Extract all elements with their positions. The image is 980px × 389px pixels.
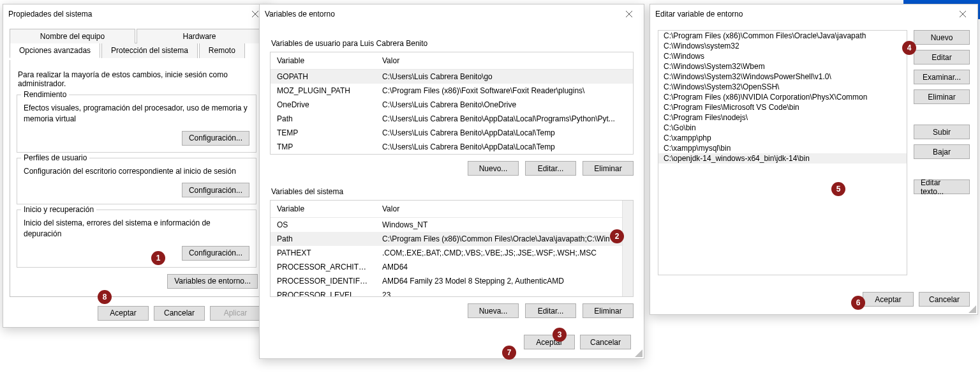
group-desc: Inicio del sistema, errores del sistema … [24,218,249,240]
group-desc: Efectos visuales, programación del proce… [24,103,249,125]
configuracion-button[interactable]: Configuración... [182,131,249,146]
group-inicio: Inicio y recuperación Inicio del sistema… [17,210,256,268]
browse-button[interactable]: Examinar... [914,70,970,84]
dialog-title: Editar variable de entorno [655,10,743,19]
edit-button[interactable]: Editar [914,50,970,65]
cell-variable: TMP [271,141,376,153]
cell-valor: AMD64 Family 23 Model 8 Stepping 2, Auth… [376,275,622,287]
table-row[interactable]: PathC:\Program Files (x86)\Common Files\… [271,232,622,246]
cell-valor: C:\Program Files (x86)\Foxit Software\Fo… [376,85,633,96]
list-item[interactable]: C:\Windows [658,51,907,61]
list-item[interactable]: C:\Windows\System32\OpenSSH\ [658,82,907,92]
annotation-8: 8 [98,290,112,304]
tab-nombre-equipo[interactable]: Nombre del equipo [10,29,135,43]
cell-variable: PROCESSOR_IDENTIFIER [271,275,376,287]
list-item[interactable]: C:\Windows\System32\Wbem [658,61,907,72]
new-button[interactable]: Nueva... [468,303,519,318]
cancel-button[interactable]: Cancelar [154,306,205,321]
cell-variable: OS [271,219,376,231]
tabs-row-top: Nombre del equipo Hardware [10,28,264,43]
close-icon[interactable] [620,4,639,24]
list-item[interactable]: C:\xampp\php [658,133,907,143]
cell-valor: C:\Users\Luis Cabrera Benito\AppData\Loc… [376,127,633,139]
cell-valor: C:\Program Files (x86)\Common Files\Orac… [376,233,622,245]
new-button[interactable]: Nuevo [914,30,970,45]
scrollbar[interactable] [622,201,633,296]
list-item[interactable]: C:\openjdk-14_windows-x64_bin\jdk-14\bin [658,153,907,164]
list-item[interactable]: C:\Program Files\nodejs\ [658,112,907,123]
list-item[interactable]: C:\Windows\System32\WindowsPowerShell\v1… [658,72,907,82]
table-row[interactable]: PROCESSOR_ARCHITECTUREAMD64 [271,260,622,274]
dialog-title: Propiedades del sistema [8,10,92,19]
user-vars-list[interactable]: Variable Valor GOPATHC:\Users\Luis Cabre… [270,52,634,155]
delete-button[interactable]: Eliminar [583,161,634,176]
configuracion-button[interactable]: Configuración... [182,183,249,197]
ok-button[interactable]: Aceptar [98,306,149,321]
table-row[interactable]: PATHEXT.COM;.EXE;.BAT;.CMD;.VBS;.VBE;.JS… [271,246,622,260]
delete-button[interactable]: Eliminar [914,89,970,104]
cell-variable: MOZ_PLUGIN_PATH [271,85,376,96]
col-header-variable[interactable]: Variable [271,201,376,217]
col-header-valor[interactable]: Valor [376,52,633,69]
list-item[interactable]: C:\Program Files\Microsoft VS Code\bin [658,102,907,112]
table-row[interactable]: PROCESSOR_LEVEL23 [271,288,622,296]
group-rendimiento: Rendimiento Efectos visuales, programaci… [17,95,256,153]
group-legend: Perfiles de usuario [21,153,89,162]
list-item[interactable]: C:\Go\bin [658,123,907,133]
annotation-2: 2 [610,229,624,243]
tab-remoto[interactable]: Remoto [199,43,245,58]
titlebar[interactable]: Propiedades del sistema [3,4,270,24]
list-item[interactable]: C:\Program Files (x86)\Common Files\Orac… [658,31,907,41]
table-row[interactable]: OneDriveC:\Users\Luis Cabrera Benito\One… [271,98,633,112]
cell-valor: AMD64 [376,261,622,273]
path-list[interactable]: C:\Program Files (x86)\Common Files\Orac… [658,30,907,275]
move-down-button[interactable]: Bajar [914,144,970,159]
sidebar-buttons: Nuevo Editar Examinar... Eliminar Subir … [914,30,970,275]
resize-grip[interactable] [635,349,642,357]
table-row[interactable]: OSWindows_NT [271,218,622,232]
list-item[interactable]: C:\Windows\system32 [658,41,907,51]
tab-proteccion[interactable]: Protección del sistema [101,43,198,58]
admin-note: Para realizar la mayoría de estos cambio… [18,70,255,88]
cell-variable: PATHEXT [271,247,376,259]
cell-variable: Path [271,233,376,245]
list-item[interactable]: C:\xampp\mysql\bin [658,143,907,153]
table-row[interactable]: MOZ_PLUGIN_PATHC:\Program Files (x86)\Fo… [271,84,633,98]
list-item[interactable]: C:\Program Files (x86)\NVIDIA Corporatio… [658,92,907,102]
move-up-button[interactable]: Subir [914,125,970,139]
new-button[interactable]: Nuevo... [468,161,519,176]
table-row[interactable]: PathC:\Users\Luis Cabrera Benito\AppData… [271,112,633,126]
edit-text-button[interactable]: Editar texto... [914,179,970,194]
configuracion-button[interactable]: Configuración... [182,246,249,261]
cell-variable: PROCESSOR_LEVEL [271,289,376,296]
cell-variable: OneDrive [271,99,376,111]
cell-valor: C:\Users\Luis Cabrera Benito\AppData\Loc… [376,141,633,153]
cell-valor: C:\Users\Luis Cabrera Benito\go [376,71,633,82]
ok-button[interactable]: Aceptar [863,292,914,307]
cancel-button[interactable]: Cancelar [580,335,631,349]
table-row[interactable]: TMPC:\Users\Luis Cabrera Benito\AppData\… [271,140,633,154]
col-header-valor[interactable]: Valor [376,201,622,217]
tab-opciones-avanzadas[interactable]: Opciones avanzadas [10,43,100,58]
group-legend: Rendimiento [21,90,69,99]
cell-valor: C:\Users\Luis Cabrera Benito\OneDrive [376,99,633,111]
edit-button[interactable]: Editar... [525,303,576,318]
col-header-variable[interactable]: Variable [271,52,376,69]
cancel-button[interactable]: Cancelar [919,292,970,307]
table-row[interactable]: TEMPC:\Users\Luis Cabrera Benito\AppData… [271,126,633,140]
titlebar[interactable]: Variables de entorno [260,4,644,24]
tab-hardware[interactable]: Hardware [137,29,262,43]
edit-button[interactable]: Editar... [525,161,576,176]
ok-button[interactable]: Aceptar [524,335,575,349]
close-icon[interactable] [953,4,972,24]
env-vars-button[interactable]: Variables de entorno... [167,274,258,289]
group-legend: Inicio y recuperación [21,205,96,214]
env-vars-dialog: Variables de entorno Variables de usuari… [259,4,644,359]
resize-grip[interactable] [969,305,976,313]
titlebar[interactable]: Editar variable de entorno [650,4,977,24]
apply-button[interactable]: Aplicar [210,306,261,321]
table-row[interactable]: PROCESSOR_IDENTIFIERAMD64 Family 23 Mode… [271,274,622,288]
delete-button[interactable]: Eliminar [583,303,634,318]
table-row[interactable]: GOPATHC:\Users\Luis Cabrera Benito\go [271,70,633,84]
sys-vars-list[interactable]: Variable Valor OSWindows_NTPathC:\Progra… [270,200,634,297]
